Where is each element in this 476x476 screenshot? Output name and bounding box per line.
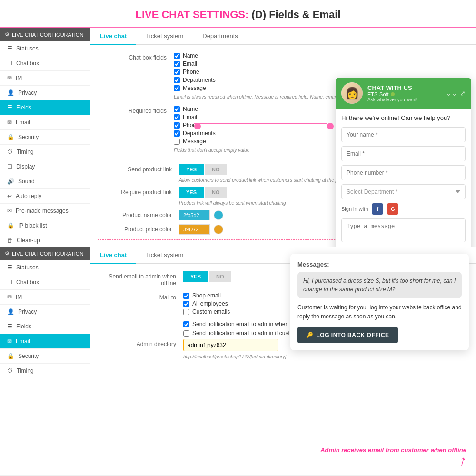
product-name-color-circle[interactable]: [214, 210, 223, 220]
messages-label: Messages:: [298, 261, 462, 268]
field-phone-check[interactable]: Phone: [174, 69, 469, 75]
fields-icon: ☰: [7, 104, 12, 111]
message-bubble: Hi, I purchased a dress size S, but it's…: [298, 272, 462, 298]
chat-message-input[interactable]: [341, 218, 466, 242]
sidebar-item-premade[interactable]: ✉ Pre-made messages: [0, 204, 90, 218]
expand-icon[interactable]: ⤢: [460, 89, 466, 97]
waiting-text: Customer is waiting for you. log into yo…: [298, 303, 462, 321]
sidebar-item-ipblacklist[interactable]: 🔒 IP black list: [0, 218, 90, 233]
page-title: LIVE CHAT SETTINGS: (D) Fields & Email: [0, 0, 476, 28]
email-widget: Messages: Hi, I purchased a dress size S…: [290, 254, 469, 350]
google-signin-btn[interactable]: G: [387, 203, 398, 215]
b-security-icon: 🔒: [7, 353, 14, 359]
product-price-color-circle[interactable]: [214, 225, 223, 234]
sidebar-b-email[interactable]: ✉ Email: [0, 334, 90, 349]
send-email-no[interactable]: NO: [209, 271, 231, 282]
connector-dot-phone-end: [327, 123, 334, 129]
send-product-label: Send product link: [103, 164, 179, 173]
admin-directory-label: Admin directory: [98, 339, 183, 347]
avatar: 👩: [341, 82, 363, 104]
sidebar-b-security[interactable]: 🔒 Security: [0, 349, 90, 364]
key-icon: 🔑: [306, 332, 314, 338]
sidebar-b-im[interactable]: ✉ IM: [0, 290, 90, 305]
facebook-signin-btn[interactable]: f: [372, 203, 383, 215]
chat-header-info: CHAT WITH US ETS-Soft Ask whatever you w…: [367, 84, 418, 102]
sidebar-item-chatbox[interactable]: ☐ Chat box: [0, 56, 90, 71]
send-email-admin-label: Send email to admin when offline: [98, 271, 183, 287]
privacy-icon: 👤: [7, 89, 14, 96]
arrow-annotation: Admin receives email from customer when …: [320, 446, 466, 468]
field-name-check[interactable]: Name: [174, 52, 469, 59]
security-icon: 🔒: [7, 134, 14, 140]
autoreply-icon: ↩: [7, 193, 12, 199]
minimize-icon[interactable]: ⌄⌄: [446, 89, 457, 97]
sidebar-item-security[interactable]: 🔒 Security: [0, 130, 90, 145]
sidebar-item-fields[interactable]: ☰ Fields: [0, 100, 90, 115]
product-name-color-input[interactable]: 2fb5d2: [179, 210, 210, 220]
chat-header-icons: ⌄⌄ ⤢: [446, 89, 466, 97]
sidebar-item-autoreply[interactable]: ↩ Auto reply: [0, 189, 90, 204]
tab-livechat-top[interactable]: Live chat: [90, 28, 136, 45]
cleanup-icon: 🗑: [7, 237, 13, 244]
tab-livechat-bottom[interactable]: Live chat: [90, 247, 136, 264]
b-privacy-icon: 👤: [7, 308, 14, 315]
chat-email-input[interactable]: [341, 146, 466, 161]
sidebar-item-cleanup[interactable]: 🗑 Clean-up: [0, 233, 90, 247]
field-email-check[interactable]: Email: [174, 60, 469, 67]
footer-annotation-text: Admin receives email from customer when …: [320, 446, 466, 454]
sidebar-item-sound[interactable]: 🔊 Sound: [0, 174, 90, 189]
product-price-color-input[interactable]: 39D72: [179, 224, 210, 235]
sidebar-item-display[interactable]: ☐ Display: [0, 159, 90, 174]
chat-agent-name: ETS-Soft: [367, 91, 418, 97]
b-chatbox-icon: ☐: [7, 279, 12, 286]
require-product-no[interactable]: NO: [205, 187, 227, 198]
timing-icon: ⏱: [7, 149, 13, 155]
connector-line-phone: [194, 123, 327, 124]
chat-phone-input[interactable]: [341, 165, 466, 180]
ipblacklist-icon: 🔒: [7, 222, 14, 229]
b-fields-icon: ☰: [7, 323, 12, 330]
sound-icon: 🔊: [7, 178, 14, 185]
connector-dot-phone: [194, 123, 201, 129]
sidebar-b-statuses[interactable]: ☰ Statuses: [0, 260, 90, 275]
chat-widget-header: 👩 CHAT WITH US ETS-Soft Ask whatever you…: [336, 78, 471, 109]
tab-ticketsystem-bottom[interactable]: Ticket system: [136, 247, 193, 264]
b-statuses-icon: ☰: [7, 264, 12, 271]
b-timing-icon: ⏱: [7, 367, 13, 374]
chat-widget: 👩 CHAT WITH US ETS-Soft Ask whatever you…: [336, 78, 471, 247]
display-icon: ☐: [7, 163, 12, 170]
agent-avatar-img: 👩: [341, 82, 363, 104]
tab-departments-top[interactable]: Departments: [193, 28, 247, 45]
send-product-yes[interactable]: YES: [179, 164, 204, 175]
require-product-yes[interactable]: YES: [179, 187, 204, 198]
chat-ask-text: Ask whatever you want!: [367, 97, 418, 102]
email-icon: ✉: [7, 119, 12, 126]
sidebar-item-im[interactable]: ✉ IM: [0, 71, 90, 86]
log-into-back-office-button[interactable]: 🔑 LOG INTO BACK OFFICE: [298, 327, 398, 343]
config-header-top: ⚙ LIVE CHAT CONFIGURATION: [0, 28, 90, 41]
tab-ticketsystem-top[interactable]: Ticket system: [136, 28, 193, 45]
send-product-no[interactable]: NO: [205, 164, 227, 175]
sidebar-item-statuses[interactable]: ☰ Statuses: [0, 41, 90, 56]
im-icon: ✉: [7, 75, 12, 81]
gear-icon: ⚙: [5, 31, 10, 38]
bottom-section: ⚙ LIVE CHAT CONFIGURATION ☰ Statuses ☐ C…: [0, 247, 476, 475]
sidebar-item-timing[interactable]: ⏱ Timing: [0, 145, 90, 159]
admin-directory-input[interactable]: admin1jhyz632: [183, 339, 278, 351]
chat-body: Hi there we're online! Can we help you? …: [336, 109, 471, 247]
product-name-color-label: Product name color: [103, 210, 179, 218]
b-email-icon: ✉: [7, 338, 12, 345]
chat-name-input[interactable]: [341, 127, 466, 142]
sidebar-b-fields[interactable]: ☰ Fields: [0, 319, 90, 334]
mail-to-label: Mail to: [98, 292, 183, 301]
sidebar-b-privacy[interactable]: 👤 Privacy: [0, 305, 90, 319]
sidebar-item-email[interactable]: ✉ Email: [0, 115, 90, 130]
sidebar-b-timing[interactable]: ⏱ Timing: [0, 364, 90, 378]
sidebar-item-privacy[interactable]: 👤 Privacy: [0, 86, 90, 100]
send-email-yes[interactable]: YES: [183, 271, 208, 282]
top-tab-bar: Live chat Ticket system Departments: [90, 28, 476, 45]
chat-department-select[interactable]: Select Department *: [341, 184, 466, 199]
b-im-icon: ✉: [7, 294, 12, 300]
gear-icon-bottom: ⚙: [5, 250, 10, 257]
sidebar-b-chatbox[interactable]: ☐ Chat box: [0, 275, 90, 290]
